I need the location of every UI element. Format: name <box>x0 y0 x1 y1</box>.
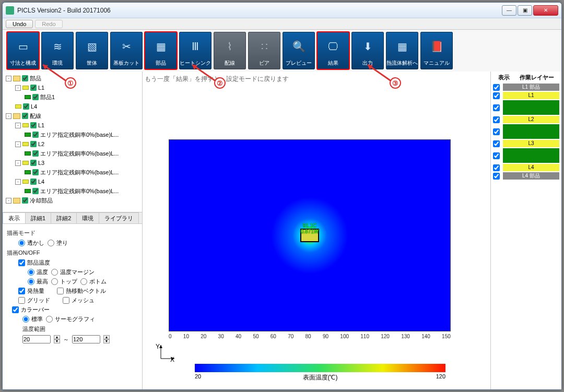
svg-text:▦: ▦ <box>156 41 166 52</box>
tool-プレビュー[interactable]: 🔍プレビュー <box>283 32 315 69</box>
tool-基板カット[interactable]: ✂基板カット <box>110 32 143 69</box>
window-title: PICLS Version2 - Build 20171006 <box>17 7 502 14</box>
tool-icon: 📕 <box>429 32 444 60</box>
col-show: 表示 <box>498 74 510 81</box>
drawmode-label: 描画モード <box>7 229 138 237</box>
radio-thermo[interactable]: サーモグラフィ <box>46 315 95 323</box>
chk-heat[interactable]: 発熱量 <box>18 287 44 295</box>
cb-title: 表面温度(℃) <box>303 373 338 382</box>
tree-node[interactable]: -配線 <box>4 111 141 121</box>
tab-詳細1[interactable]: 詳細1 <box>25 212 51 223</box>
chk-parttemp[interactable]: 部品温度 <box>18 259 50 267</box>
radio-margin[interactable]: 温度マージン <box>51 268 95 276</box>
tool-icon: ▦ <box>153 32 169 60</box>
cb-hi: 120 <box>436 373 445 379</box>
close-button[interactable]: ✕ <box>533 5 558 16</box>
tree-node[interactable]: エリア指定残銅率0%(base)L... <box>4 186 141 196</box>
tree-node[interactable]: -L1 <box>4 121 141 130</box>
heatmap-plot: 91.1C0.871W <box>169 139 451 331</box>
tool-部品[interactable]: ▦部品 <box>145 32 177 69</box>
left-panel: -部品-L1部品1L4-配線-L1エリア指定残銅率0%(base)L...-L2… <box>3 72 143 389</box>
layer-row[interactable]: L4 部品 <box>493 172 559 180</box>
svg-text:∷: ∷ <box>261 41 268 52</box>
tool-icon: Ⅲ <box>187 32 203 60</box>
tool-寸法と構成[interactable]: ▭寸法と構成 <box>7 32 39 69</box>
radio-transparent[interactable]: 透かし <box>18 239 44 247</box>
component-readout: 91.1C0.871W <box>301 223 319 234</box>
tool-筐体[interactable]: ▧筐体 <box>76 32 108 69</box>
layer-row[interactable]: L1 部品 <box>493 84 559 91</box>
app-window: PICLS Version2 - Build 20171006 — ▣ ✕ Un… <box>2 2 562 390</box>
layer-row[interactable]: L4 <box>493 164 559 171</box>
tree-node[interactable]: -L2 <box>4 139 141 149</box>
tool-icon: ▦ <box>394 32 410 60</box>
edit-bar: Undo Redo <box>3 18 561 30</box>
tool-icon: 🖵 <box>325 32 341 60</box>
tab-表示[interactable]: 表示 <box>3 212 26 223</box>
tree-node[interactable]: -L1 <box>4 83 141 92</box>
onoff-label: 描画ON/OFF <box>7 249 138 257</box>
tree-node[interactable]: -部品 <box>4 74 141 83</box>
tool-出力[interactable]: ⬇出力 <box>351 32 384 69</box>
range-lo-input[interactable] <box>22 335 51 343</box>
redo-button[interactable]: Redo <box>35 20 62 28</box>
svg-text:🔍: 🔍 <box>292 40 306 53</box>
tab-詳細2[interactable]: 詳細2 <box>51 212 77 223</box>
tool-icon: ▭ <box>15 32 31 60</box>
tree-node[interactable]: 部品1 <box>4 92 141 102</box>
radio-max[interactable]: 最高 <box>28 278 48 286</box>
chk-mesh[interactable]: メッシュ <box>63 296 95 304</box>
tab-ライブラリ[interactable]: ライブラリ <box>99 212 139 223</box>
chk-grid[interactable]: グリッド <box>18 296 50 304</box>
hint-text: もう一度「結果」を押すと、設定モードに戻ります <box>145 75 289 84</box>
colorbar: 20 120 表面温度(℃) <box>195 364 445 379</box>
tree-node[interactable]: -L4 <box>4 177 141 186</box>
tool-ヒートシンク[interactable]: Ⅲヒートシンク <box>179 32 212 69</box>
svg-text:▦: ▦ <box>397 41 407 52</box>
tab-環境[interactable]: 環境 <box>76 212 99 223</box>
minimize-button[interactable]: — <box>502 5 516 16</box>
object-tree[interactable]: -部品-L1部品1L4-配線-L1エリア指定残銅率0%(base)L...-L2… <box>3 72 142 212</box>
radio-fill[interactable]: 塗り <box>48 239 68 247</box>
radio-bottom[interactable]: ボトム <box>80 278 107 286</box>
tool-環境[interactable]: ≋環境 <box>41 32 74 69</box>
tool-結果[interactable]: 🖵結果 <box>317 32 349 69</box>
tool-ビア[interactable]: ∷ビア <box>248 32 280 69</box>
tree-node[interactable]: エリア指定残銅率0%(base)L... <box>4 130 141 139</box>
tree-node[interactable]: エリア指定残銅率0%(base)L... <box>4 168 141 177</box>
tool-熱流体解析へ[interactable]: ▦熱流体解析へ <box>386 32 418 69</box>
tree-node[interactable]: -L3 <box>4 158 141 168</box>
tool-配線[interactable]: ⌇配線 <box>214 32 246 69</box>
svg-text:⌇: ⌇ <box>227 41 232 52</box>
panel-tabs: 表示詳細1詳細2環境ライブラリ <box>3 212 142 224</box>
tool-icon: ≋ <box>50 32 65 60</box>
layer-row[interactable]: L3 <box>493 140 559 147</box>
radio-top[interactable]: トップ <box>51 278 77 286</box>
svg-text:Ⅲ: Ⅲ <box>192 41 199 52</box>
radio-standard[interactable]: 標準 <box>22 315 43 323</box>
spinner-lo[interactable]: ▲▼ <box>54 335 60 343</box>
tree-node[interactable]: L4 <box>4 102 141 111</box>
svg-text:✂: ✂ <box>122 41 131 52</box>
radio-temp[interactable]: 温度 <box>28 268 48 276</box>
tool-icon: ▧ <box>84 32 100 60</box>
main-toolbar: ▭寸法と構成≋環境▧筐体✂基板カット▦部品Ⅲヒートシンク⌇配線∷ビア🔍プレビュー… <box>3 30 561 72</box>
undo-button[interactable]: Undo <box>6 20 33 28</box>
viewport[interactable]: もう一度「結果」を押すと、設定モードに戻ります 91.1C0.871W 0102… <box>143 72 490 389</box>
range-hi-input[interactable] <box>72 335 100 343</box>
tree-node[interactable]: -冷却部品 <box>4 196 141 205</box>
maximize-button[interactable]: ▣ <box>518 5 532 16</box>
spinner-hi[interactable]: ▲▼ <box>103 335 110 343</box>
tree-node[interactable]: エリア指定残銅率0%(base)L... <box>4 149 141 158</box>
display-panel: 描画モード 透かし 塗り 描画ON/OFF 部品温度 温度 温度マージン 最高 … <box>3 224 142 389</box>
chk-colorbar[interactable]: カラーバー <box>12 306 50 314</box>
layer-row[interactable]: L2 <box>493 116 559 123</box>
cb-lo: 20 <box>195 373 201 379</box>
tool-icon: ⌇ <box>222 32 238 60</box>
tool-マニュアル[interactable]: 📕マニュアル <box>420 32 453 69</box>
layer-row[interactable]: L1 <box>493 92 559 99</box>
tool-icon: 🔍 <box>291 32 307 60</box>
svg-text:▭: ▭ <box>18 41 28 52</box>
col-work: 作業レイヤー <box>520 74 554 81</box>
chk-vector[interactable]: 熱移動ベクトル <box>57 287 106 295</box>
